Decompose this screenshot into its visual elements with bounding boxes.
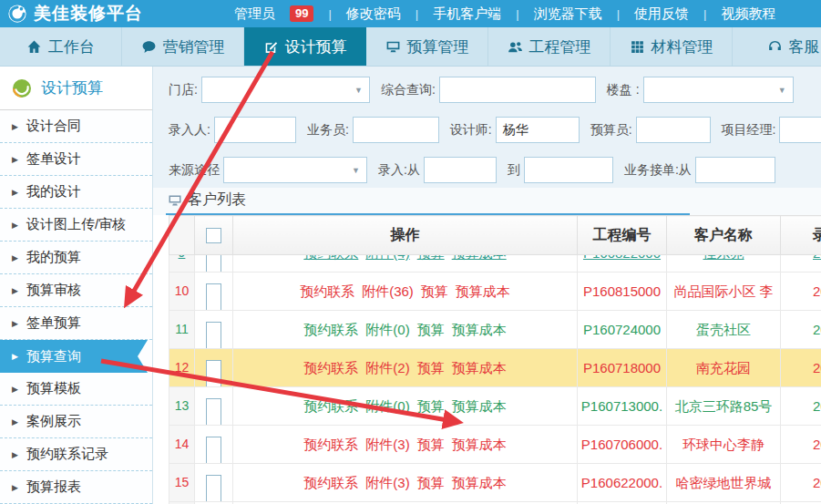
customer-name-cell[interactable]: 尚品国际小区 李 (667, 273, 781, 311)
input-field[interactable] (353, 117, 439, 143)
project-code-cell[interactable]: P160822000 (578, 255, 667, 273)
table-row[interactable]: 10预约联系附件(36)预算预算成本P160815000尚品国际小区 李2016 (169, 273, 821, 311)
cell-text: 9 (169, 255, 194, 272)
sidebar-item-预算审核[interactable]: ▶预算审核 (0, 274, 152, 307)
operation-link[interactable]: 预约联系 (303, 255, 358, 261)
sidebar-item-预算报表[interactable]: ▶预算报表 (0, 471, 152, 504)
tab-设计预算[interactable]: 设计预算 (244, 27, 366, 66)
operation-link[interactable]: 附件(0) (365, 398, 409, 414)
project-code-cell[interactable]: P160706000. (578, 426, 667, 464)
tab-预算管理[interactable]: 预算管理 (366, 27, 488, 66)
operation-link[interactable]: 预约联系 (300, 283, 354, 299)
tab-label: 客户列表 (188, 190, 246, 210)
row-checkbox[interactable] (206, 398, 221, 425)
topbar-link[interactable]: 使用反馈 (634, 5, 689, 23)
operation-link[interactable]: 附件(36) (362, 283, 414, 299)
sidebar-item-预约联系记录[interactable]: ▶预约联系记录 (0, 438, 152, 471)
operation-link[interactable]: 预算 (417, 360, 445, 375)
customer-name-cell[interactable]: 南充花园 (667, 349, 781, 387)
sidebar-item-我的设计[interactable]: ▶我的设计 (0, 176, 152, 209)
topbar-link[interactable]: 视频教程 (721, 5, 775, 23)
sidebar-item-设计合同[interactable]: ▶设计合同 (0, 110, 152, 143)
operation-link[interactable]: 预算成本 (452, 255, 507, 261)
tab-营销管理[interactable]: 营销管理 (122, 27, 244, 66)
row-checkbox[interactable] (206, 360, 221, 386)
operation-link[interactable]: 预算成本 (452, 475, 507, 490)
sidebar-item-签单预算[interactable]: ▶签单预算 (0, 307, 152, 340)
operation-link[interactable]: 预算 (417, 398, 445, 414)
operation-link[interactable]: 预算 (417, 322, 445, 337)
topbar-link[interactable]: 修改密码 (346, 5, 401, 23)
row-checkbox[interactable] (206, 437, 221, 463)
tab-客服[interactable]: 客服 (733, 27, 821, 66)
sidebar-item-我的预算[interactable]: ▶我的预算 (0, 242, 152, 274)
notification-badge[interactable]: 99 (290, 5, 313, 22)
operation-link[interactable]: 预约联系 (303, 322, 358, 337)
project-code-cell[interactable]: P160622000. (578, 464, 667, 502)
customer-name-cell[interactable]: 环球中心李静 (667, 426, 781, 464)
row-checkbox[interactable] (206, 255, 221, 272)
input-field[interactable] (779, 117, 821, 143)
operation-link[interactable]: 预算成本 (452, 437, 507, 452)
user-menu[interactable]: 管理员 (234, 5, 275, 23)
table-row[interactable]: 11预约联系附件(0)预算预算成本P160724000蛋壳社区2016 (169, 311, 821, 349)
sidebar-item-签单设计[interactable]: ▶签单设计 (0, 143, 152, 176)
input-field[interactable] (524, 157, 613, 183)
table-row[interactable]: 13预约联系附件(0)预算预算成本P160713000.北京三环路85号2016 (169, 387, 821, 426)
row-checkbox[interactable] (206, 475, 221, 501)
select-field[interactable]: ▼ (643, 77, 794, 103)
input-field[interactable] (424, 157, 497, 183)
input-field[interactable] (695, 157, 775, 183)
operation-link[interactable]: 预算 (417, 437, 445, 452)
project-code-cell[interactable]: P160815000 (578, 273, 667, 311)
topbar-link[interactable]: 手机客户端 (433, 5, 501, 23)
tab-工作台[interactable]: 工作台 (0, 27, 122, 66)
table-header-row: 操作 工程编号 客户名称 录入时间 (169, 216, 821, 255)
table-row[interactable]: 14预约联系附件(3)预算预算成本P160706000.环球中心李静2016 (169, 426, 821, 464)
operation-link[interactable]: 预算成本 (452, 360, 507, 375)
operation-link[interactable]: 附件(3) (365, 437, 409, 452)
sidebar-item-案例展示[interactable]: ▶案例展示 (0, 406, 152, 438)
select-field[interactable]: ▼ (201, 77, 370, 103)
customer-name-cell[interactable]: 蛋壳社区 (667, 311, 781, 349)
tab-工程管理[interactable]: 工程管理 (488, 27, 611, 66)
input-field[interactable] (636, 117, 711, 143)
table-row[interactable]: 9预约联系附件(4)预算预算成本P160822000佳乐苑2016 (169, 255, 821, 273)
topbar-link[interactable]: 浏览器下载 (534, 5, 602, 23)
tab-customer-list[interactable]: 客户列表 (166, 190, 253, 215)
table-row[interactable]: 12预约联系附件(2)预算预算成本P160718000南充花园2016 (169, 349, 821, 387)
operation-link[interactable]: 预约联系 (303, 437, 358, 452)
operation-link[interactable]: 附件(3) (365, 475, 409, 490)
operation-link[interactable]: 预约联系 (303, 360, 358, 375)
table-row[interactable]: 15预约联系附件(3)预算预算成本P160622000.哈密绿地世界城2016 (169, 464, 821, 502)
operation-link[interactable]: 预算成本 (452, 398, 507, 414)
project-code-cell[interactable]: P160713000. (578, 387, 667, 426)
tab-材料管理[interactable]: 材料管理 (611, 27, 733, 66)
operation-link[interactable]: 预算 (417, 475, 445, 490)
project-code-cell[interactable]: P160724000 (578, 311, 667, 349)
operation-link[interactable]: 预算成本 (456, 283, 510, 299)
input-field[interactable]: 杨华 (496, 117, 580, 143)
project-code-cell[interactable]: P160718000 (578, 349, 667, 387)
input-field[interactable] (439, 77, 596, 103)
row-checkbox[interactable] (206, 283, 221, 310)
operation-link[interactable]: 附件(0) (365, 322, 409, 337)
customer-name-cell[interactable]: 哈密绿地世界城 (667, 464, 781, 502)
operation-link[interactable]: 预算成本 (452, 322, 507, 337)
operation-link[interactable]: 附件(4) (365, 255, 409, 261)
operation-link[interactable]: 预约联系 (303, 398, 358, 414)
triangle-bullet-icon: ▶ (12, 417, 18, 427)
operation-link[interactable]: 附件(2) (365, 360, 409, 375)
sidebar-item-预算查询[interactable]: ▶预算查询 (0, 340, 148, 373)
customer-name-cell[interactable]: 北京三环路85号 (667, 387, 781, 426)
row-checkbox[interactable] (206, 322, 221, 348)
operation-link[interactable]: 预算 (421, 283, 448, 299)
select-field[interactable]: ▼ (223, 157, 367, 183)
operation-link[interactable]: 预算 (417, 255, 445, 261)
input-field[interactable] (214, 117, 296, 143)
customer-name-cell[interactable]: 佳乐苑 (667, 255, 781, 273)
sidebar-item-预算模板[interactable]: ▶预算模板 (0, 373, 152, 406)
operation-link[interactable]: 预约联系 (303, 475, 358, 490)
sidebar-item-设计图上传/审核[interactable]: ▶设计图上传/审核 (0, 209, 152, 242)
select-all-checkbox[interactable] (206, 228, 221, 243)
